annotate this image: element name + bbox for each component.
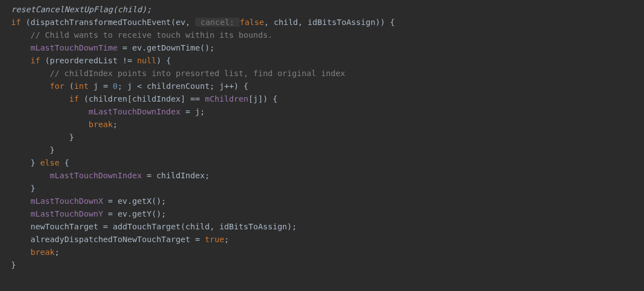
- code-line: }: [0, 144, 644, 157]
- code-text: ) {: [156, 56, 171, 65]
- code-line: mLastTouchDownTime = ev.getDownTime();: [0, 42, 644, 54]
- field: mLastTouchDownTime: [11, 43, 118, 52]
- code-text: (: [64, 82, 74, 91]
- code-line: }: [0, 131, 644, 144]
- keyword-null: null: [137, 56, 156, 65]
- literal-false: false: [240, 18, 264, 27]
- code-line: }: [0, 259, 644, 272]
- code-text: }: [11, 184, 36, 193]
- code-line: } else {: [0, 157, 644, 169]
- code-line: if (dispatchTransformedTouchEvent(ev, ca…: [0, 16, 644, 29]
- code-text: }: [11, 133, 74, 142]
- code-text: = ev.getDownTime();: [118, 43, 215, 52]
- keyword-break: break: [11, 120, 113, 129]
- code-editor[interactable]: resetCancelNextUpFlag(child);if (dispatc…: [0, 0, 644, 272]
- code-text: (dispatchTransformedTouchEvent(ev,: [21, 18, 195, 27]
- code-line: // Child wants to receive touch within i…: [0, 29, 644, 42]
- code-text: , child, idBitsToAssign)) {: [264, 18, 395, 27]
- keyword-for: for: [11, 82, 64, 91]
- code-line: resetCancelNextUpFlag(child);: [0, 3, 644, 16]
- keyword-int: int: [74, 82, 89, 91]
- code-text: ;: [113, 120, 118, 129]
- code-text: [j]) {: [249, 94, 277, 103]
- code-line: mLastTouchDownY = ev.getY();: [0, 208, 644, 220]
- code-line: if (children[childIndex] == mChildren[j]…: [0, 93, 644, 106]
- code-line: if (preorderedList != null) {: [0, 54, 644, 67]
- keyword-break: break: [11, 248, 55, 257]
- code-text: ;: [55, 248, 60, 257]
- keyword-else: else: [40, 158, 59, 167]
- code-line: newTouchTarget = addTouchTarget(child, i…: [0, 220, 644, 233]
- keyword-if: if: [11, 18, 21, 27]
- hint-label: cancel:: [196, 18, 240, 27]
- code-text: j =: [89, 82, 113, 91]
- keyword-if: if: [11, 94, 79, 103]
- code-text: }: [11, 158, 40, 167]
- code-line: break;: [0, 118, 644, 131]
- method-call: resetCancelNextUpFlag: [11, 5, 113, 14]
- code-text: }: [11, 146, 55, 154]
- code-line: break;: [0, 246, 644, 259]
- number-literal: 0: [113, 82, 118, 91]
- field: mLastTouchDownY: [11, 209, 103, 218]
- code-text: }: [11, 260, 16, 269]
- code-line: // childIndex points into presorted list…: [0, 67, 644, 80]
- code-text: = ev.getY();: [103, 209, 166, 218]
- param-hint: cancel:: [195, 18, 240, 27]
- code-text: alreadyDispatchedToNewTouchTarget =: [11, 235, 205, 244]
- literal-true: true: [205, 235, 224, 244]
- code-text: ;: [224, 235, 229, 244]
- code-line: for (int j = 0; j < childrenCount; j++) …: [0, 80, 644, 93]
- code-text: (children[childIndex] ==: [79, 94, 205, 103]
- code-line: mLastTouchDownIndex = childIndex;: [0, 169, 644, 182]
- code-line: mLastTouchDownIndex = j;: [0, 106, 644, 118]
- field: mChildren: [205, 94, 249, 103]
- code-text: = childIndex;: [142, 171, 210, 180]
- code-text: {: [59, 158, 69, 167]
- code-text: (preorderedList !=: [40, 56, 137, 65]
- code-text: = ev.getX();: [103, 197, 166, 205]
- field: mLastTouchDownX: [11, 197, 103, 205]
- code-text: (child);: [113, 5, 151, 14]
- keyword-if: if: [11, 56, 40, 65]
- code-text: = j;: [181, 107, 205, 116]
- code-line: }: [0, 182, 644, 195]
- code-text: newTouchTarget = addTouchTarget(child, i…: [11, 222, 297, 231]
- field: mLastTouchDownIndex: [11, 171, 142, 180]
- code-line: mLastTouchDownX = ev.getX();: [0, 195, 644, 208]
- code-line: alreadyDispatchedToNewTouchTarget = true…: [0, 233, 644, 246]
- comment: // Child wants to receive touch within i…: [11, 31, 272, 39]
- field: mLastTouchDownIndex: [11, 107, 181, 116]
- code-text: ; j < childrenCount; j++) {: [118, 82, 249, 91]
- comment: // childIndex points into presorted list…: [11, 69, 345, 78]
